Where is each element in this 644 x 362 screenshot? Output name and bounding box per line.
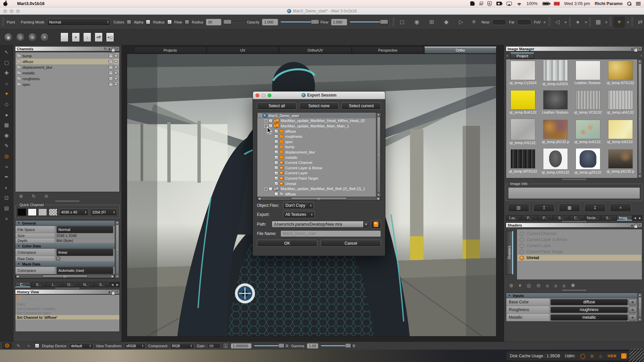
channel-row[interactable]: bump xyxy=(16,53,119,59)
display-device-select[interactable]: default▲▼ xyxy=(69,343,93,349)
image-thumbnail[interactable] xyxy=(543,148,568,170)
expander-icon[interactable]: + xyxy=(264,119,267,122)
image-thumbnail[interactable] xyxy=(608,61,633,80)
duplicate-shader-icon[interactable]: ◎ xyxy=(527,283,531,289)
mirror-play-icon[interactable]: ▷ xyxy=(456,17,466,27)
checker-icon[interactable]: ▦ xyxy=(593,17,603,27)
image-thumbnail[interactable] xyxy=(543,90,568,110)
collapse-icon[interactable]: ▲ xyxy=(108,290,111,294)
dock-tab-p[interactable]: P... xyxy=(522,215,537,221)
shader-item[interactable]: Unreal xyxy=(518,255,641,261)
dock-tab-l[interactable]: L... xyxy=(47,282,62,287)
near-field[interactable] xyxy=(492,19,506,25)
settings-gear-icon[interactable]: ⚙ xyxy=(2,343,12,349)
far-field[interactable] xyxy=(517,19,531,25)
battery-icon[interactable] xyxy=(542,2,549,5)
close-icon[interactable]: × xyxy=(639,223,641,227)
image-thumbnail-cell[interactable]: qt_temp.iV6132. xyxy=(507,120,539,149)
gray-swatch[interactable] xyxy=(38,208,47,216)
tree-checkbox[interactable]: ✓ xyxy=(274,176,278,180)
dialog-titlebar[interactable]: Export Session xyxy=(253,92,385,99)
tree-node[interactable]: ✓metallic xyxy=(257,155,376,160)
airplay-menu-icon[interactable] xyxy=(506,2,512,5)
viewport-tab-ortho[interactable]: Ortho xyxy=(424,47,496,54)
tree-node[interactable]: ✓diffuse xyxy=(257,129,376,134)
viewport-tab-perspective[interactable]: Perspective xyxy=(352,47,424,54)
shader-item[interactable]: Current Paint Target xyxy=(518,249,641,255)
close-icon[interactable]: × xyxy=(639,47,641,51)
export-mode-select[interactable]: All Textures▲▼ xyxy=(283,211,315,218)
shader-menu-icon[interactable]: ▾ xyxy=(519,283,522,289)
dock-tab-s[interactable]: S... xyxy=(31,282,46,287)
image-thumbnail[interactable] xyxy=(511,149,535,169)
close-icon[interactable]: × xyxy=(116,47,118,51)
download-icon[interactable]: ↓ xyxy=(621,353,627,359)
layers-icon[interactable] xyxy=(109,82,113,86)
eyedropper-icon[interactable]: ● xyxy=(2,110,11,119)
channel-row[interactable]: diffuse xyxy=(16,59,119,64)
tree-node[interactable]: ✓roughness xyxy=(257,134,376,139)
close-image-tab-button[interactable]: × xyxy=(640,54,642,58)
unlock-icon[interactable] xyxy=(114,77,117,80)
clone-stamp-icon[interactable]: ⊡ xyxy=(2,193,11,202)
visibility-current-icon[interactable]: ≡ xyxy=(554,283,557,289)
tree-vscrollbar[interactable]: ▲≡▼ xyxy=(376,113,381,197)
input-add-button[interactable]: ⊕ xyxy=(629,299,637,305)
dock-tab-c[interactable]: C... xyxy=(569,215,585,221)
dialog-traffic-lights[interactable] xyxy=(256,94,271,97)
history-panel-header[interactable]: History View ▲ × xyxy=(15,289,120,294)
window-titlebar[interactable]: Mari3_Demo_start* - Mari 3.0v1b16 xyxy=(0,7,644,15)
tab-scroll-left-icon[interactable]: ◀ xyxy=(110,282,115,287)
tree-checkbox[interactable]: ✓ xyxy=(274,135,278,138)
file-space-select[interactable]: Normal xyxy=(56,226,113,233)
image-thumbnail-cell[interactable]: Leather-Texture- xyxy=(539,90,572,120)
unlock-icon[interactable] xyxy=(114,83,117,85)
delete-image-icon[interactable]: × xyxy=(72,33,80,42)
layers-icon[interactable] xyxy=(109,54,113,58)
add-paint-icon[interactable]: +P xyxy=(95,33,103,42)
detach-icon[interactable] xyxy=(635,224,638,227)
image-thumbnail-cell[interactable]: qt_temp.kv6132. xyxy=(572,120,604,149)
gamma-value-field[interactable]: 1.00 xyxy=(307,343,318,349)
channel-row[interactable]: spec xyxy=(16,81,119,87)
shader-item[interactable]: Current Layer & Below xyxy=(518,237,641,243)
visibility-one-icon[interactable]: ≡ xyxy=(562,283,566,289)
quick-depth-select[interactable]: 32bit (Fl▲▼ xyxy=(90,208,117,216)
collapse-icon[interactable]: ▲ xyxy=(630,223,634,227)
dock-tab-s[interactable]: S... xyxy=(601,215,616,221)
tree-checkbox[interactable]: ✓ xyxy=(274,182,278,185)
input-channel-select[interactable]: metallic xyxy=(550,314,628,321)
project-tab[interactable]: Project xyxy=(511,53,534,59)
tree-checkbox[interactable]: ✓ xyxy=(274,150,278,154)
image-thumbnail[interactable] xyxy=(543,120,568,139)
remove-shader-icon[interactable]: ⊖ xyxy=(536,283,541,289)
image-thumbnail[interactable] xyxy=(511,90,535,110)
history-item[interactable]: Set Channel to 'spec' xyxy=(15,311,119,315)
tree-hscrollbar[interactable]: ◀|||▶ xyxy=(257,197,381,200)
channel-row[interactable]: displacement_blur xyxy=(16,64,119,70)
image-thumbnail-cell[interactable]: qt_temp.WT6132 xyxy=(507,149,539,178)
close-icon[interactable]: × xyxy=(116,290,118,294)
tree-node[interactable]: ✓Current Channel xyxy=(257,160,376,165)
flow-checkbox[interactable] xyxy=(185,20,189,24)
import-image-button[interactable]: ↧ xyxy=(584,203,606,212)
layers-icon[interactable] xyxy=(109,71,113,75)
channel-row[interactable]: roughness xyxy=(16,76,119,81)
cube-tool-icon[interactable]: ◻ xyxy=(397,17,407,27)
spray-icon[interactable]: ✳ xyxy=(469,17,479,27)
file-name-field[interactable]: Mari3_Demo_start xyxy=(280,230,381,237)
component-select[interactable]: RGB▲▼ xyxy=(170,343,194,349)
checker-swatch[interactable] xyxy=(49,208,57,216)
dock-tab-o[interactable]: O... xyxy=(63,282,78,287)
gain-f-field[interactable]: f/8 xyxy=(207,343,221,349)
gradient-tool-icon[interactable]: ▤ xyxy=(2,204,11,213)
load-image-button[interactable]: ▤ xyxy=(508,203,529,212)
image-thumbnail-cell[interactable]: Leather-Texture- xyxy=(572,61,604,90)
image-thumbnail[interactable] xyxy=(576,148,600,170)
image-grid-scrollbar[interactable]: ▲≡▼ xyxy=(637,59,642,178)
image-thumbnail[interactable] xyxy=(543,60,568,81)
mirror-projection-icon[interactable]: ⇄ xyxy=(635,17,644,27)
apple-menu-icon[interactable] xyxy=(3,1,8,6)
paint-blocking-icon[interactable]: ◉ xyxy=(4,33,13,42)
mask-colorspace-select[interactable]: Automatic (raw) xyxy=(56,267,113,274)
